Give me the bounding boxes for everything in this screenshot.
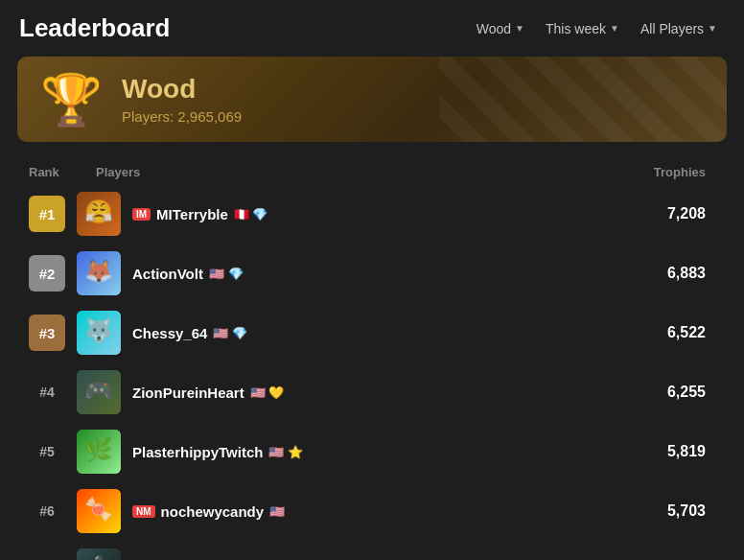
trophies-column-header: Trophies (629, 165, 715, 179)
player-badges: 🇵🇪 💎 (234, 207, 268, 222)
player-trophies: 5,703 (629, 502, 715, 520)
player-badges: 🇺🇸 💎 (209, 267, 244, 281)
player-name: MITerryble (156, 206, 228, 222)
week-filter-chevron: ▼ (610, 23, 619, 34)
player-badges: 🇺🇸 💎 (213, 326, 247, 340)
player-name: nochewycandy (161, 503, 265, 520)
wood-filter-button[interactable]: Wood ▼ (469, 17, 532, 40)
table-row[interactable]: #4ZionPureinHeart🇺🇸 💛6,255 (17, 363, 727, 421)
player-name: PlasterhippyTwitch (132, 444, 263, 460)
player-name: Chessy_64 (132, 325, 207, 341)
rank-badge: #1 (29, 196, 65, 232)
players-filter-chevron: ▼ (708, 23, 717, 34)
trophy-icon: 🏆 (40, 75, 103, 125)
player-avatar (77, 370, 121, 414)
rank-badge: #7 (29, 552, 65, 560)
table-row[interactable]: #2ActionVolt🇺🇸 💎6,883 (17, 245, 727, 302)
rank-badge: #3 (29, 315, 65, 351)
player-avatar (77, 192, 121, 236)
table-row[interactable]: #5PlasterhippyTwitch🇺🇸 ⭐5,819 (17, 423, 727, 480)
player-name-area: IMMITerryble🇵🇪 💎 (132, 206, 629, 222)
player-trophies: 6,255 (629, 384, 715, 401)
player-name-area: NMnochewycandy🇺🇸 (132, 503, 629, 520)
player-trophies: 7,208 (629, 205, 715, 222)
player-name-area: Chessy_64🇺🇸 💎 (132, 325, 629, 341)
week-filter-label: This week (546, 21, 606, 36)
player-trophies: 5,819 (629, 443, 715, 460)
player-avatar (77, 548, 121, 560)
player-avatar (77, 489, 121, 533)
players-column-header: Players (96, 165, 629, 179)
league-players: Players: 2,965,069 (122, 108, 242, 125)
player-badges: 🇺🇸 ⭐ (268, 445, 303, 459)
rank-badge: #4 (29, 374, 65, 410)
page-title: Leaderboard (19, 13, 171, 43)
rank-badge: #5 (29, 433, 65, 470)
wood-filter-chevron: ▼ (515, 23, 524, 34)
table-row[interactable]: #6NMnochewycandy🇺🇸5,703 (17, 482, 727, 540)
player-trophies: 6,522 (629, 324, 715, 341)
league-info: Wood Players: 2,965,069 (122, 74, 242, 125)
header: Leaderboard Wood ▼ This week ▼ All Playe… (0, 0, 744, 57)
week-filter-button[interactable]: This week ▼ (538, 17, 627, 40)
rank-badge: #6 (29, 493, 65, 529)
player-trophies: 6,883 (629, 265, 715, 282)
player-avatar (77, 311, 121, 355)
player-name-area: PlasterhippyTwitch🇺🇸 ⭐ (132, 444, 629, 460)
player-avatar (77, 251, 121, 295)
wood-filter-label: Wood (477, 21, 511, 36)
table-body: #1IMMITerryble🇵🇪 💎7,208#2ActionVolt🇺🇸 💎6… (17, 185, 727, 560)
player-name: ActionVolt (132, 266, 203, 282)
league-name: Wood (122, 74, 242, 105)
player-name-area: ActionVolt🇺🇸 💎 (132, 266, 629, 282)
player-avatar (77, 430, 121, 474)
league-banner: 🏆 Wood Players: 2,965,069 (17, 57, 727, 142)
rank-column-header: Rank (29, 165, 96, 179)
table-row[interactable]: #1IMMITerryble🇵🇪 💎7,208 (17, 185, 727, 243)
player-name: ZionPureinHeart (132, 385, 244, 401)
rank-badge: #2 (29, 255, 65, 292)
players-filter-label: All Players (640, 21, 704, 36)
table-row[interactable]: #7NMemiliochess🇲🇽 🔥5,500 (17, 542, 727, 560)
filter-group: Wood ▼ This week ▼ All Players ▼ (469, 17, 725, 40)
leaderboard-table: Rank Players Trophies #1IMMITerryble🇵🇪 💎… (17, 159, 727, 560)
table-row[interactable]: #3Chessy_64🇺🇸 💎6,522 (17, 304, 727, 362)
player-prefix-badge: NM (132, 505, 155, 518)
table-header: Rank Players Trophies (17, 159, 727, 185)
players-filter-button[interactable]: All Players ▼ (633, 17, 725, 40)
player-name-area: ZionPureinHeart🇺🇸 💛 (132, 385, 629, 401)
player-badges: 🇺🇸 💛 (250, 385, 285, 400)
player-badges: 🇺🇸 (269, 504, 285, 519)
player-prefix-badge: IM (132, 208, 151, 221)
